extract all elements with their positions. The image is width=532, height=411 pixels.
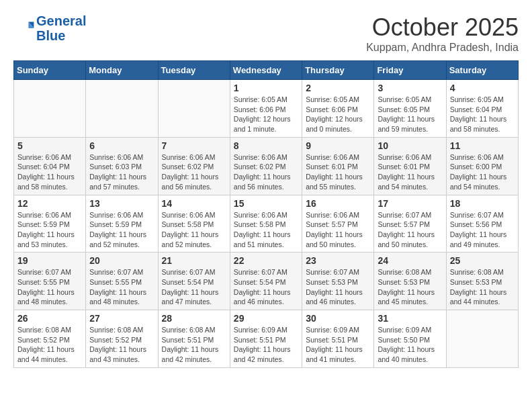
day-number: 20 xyxy=(89,255,154,266)
logo-icon xyxy=(13,17,35,39)
day-number: 25 xyxy=(450,255,515,266)
day-info: Sunrise: 6:07 AMSunset: 5:54 PMDaylight:… xyxy=(162,267,226,307)
day-number: 21 xyxy=(162,255,226,266)
calendar-cell: 3Sunrise: 6:05 AMSunset: 6:05 PMDaylight… xyxy=(374,80,446,138)
day-info: Sunrise: 6:08 AMSunset: 5:52 PMDaylight:… xyxy=(89,325,154,365)
day-info: Sunrise: 6:07 AMSunset: 5:57 PMDaylight:… xyxy=(378,210,442,250)
day-number: 27 xyxy=(89,313,154,324)
day-info: Sunrise: 6:07 AMSunset: 5:54 PMDaylight:… xyxy=(234,267,298,307)
day-number: 9 xyxy=(306,140,370,151)
calendar-cell xyxy=(14,80,86,138)
day-info: Sunrise: 6:09 AMSunset: 5:51 PMDaylight:… xyxy=(234,325,298,365)
day-number: 7 xyxy=(162,140,226,151)
day-info: Sunrise: 6:08 AMSunset: 5:53 PMDaylight:… xyxy=(378,267,442,307)
calendar-cell: 28Sunrise: 6:08 AMSunset: 5:51 PMDayligh… xyxy=(158,310,230,368)
week-row-5: 26Sunrise: 6:08 AMSunset: 5:52 PMDayligh… xyxy=(14,310,519,368)
page-header: General Blue October 2025 Kuppam, Andhra… xyxy=(13,13,519,54)
day-number: 2 xyxy=(306,83,370,93)
day-number: 19 xyxy=(17,255,82,266)
week-row-2: 5Sunrise: 6:06 AMSunset: 6:04 PMDaylight… xyxy=(14,137,519,195)
day-info: Sunrise: 6:05 AMSunset: 6:06 PMDaylight:… xyxy=(234,95,298,134)
calendar-cell: 25Sunrise: 6:08 AMSunset: 5:53 PMDayligh… xyxy=(446,253,518,310)
calendar-cell: 16Sunrise: 6:06 AMSunset: 5:57 PMDayligh… xyxy=(302,195,374,253)
day-number: 17 xyxy=(378,198,442,209)
day-number: 13 xyxy=(89,198,154,209)
calendar-cell: 12Sunrise: 6:06 AMSunset: 5:59 PMDayligh… xyxy=(14,195,86,253)
day-number: 4 xyxy=(450,83,515,93)
day-info: Sunrise: 6:06 AMSunset: 6:02 PMDaylight:… xyxy=(234,152,298,192)
weekday-header-sunday: Sunday xyxy=(14,61,86,80)
calendar-cell: 2Sunrise: 6:05 AMSunset: 6:06 PMDaylight… xyxy=(302,80,374,138)
day-number: 24 xyxy=(378,255,442,266)
calendar-cell: 24Sunrise: 6:08 AMSunset: 5:53 PMDayligh… xyxy=(374,253,446,310)
day-info: Sunrise: 6:07 AMSunset: 5:55 PMDaylight:… xyxy=(89,267,154,307)
day-info: Sunrise: 6:05 AMSunset: 6:06 PMDaylight:… xyxy=(306,95,370,134)
weekday-header-friday: Friday xyxy=(374,61,446,80)
day-number: 12 xyxy=(17,198,82,209)
day-info: Sunrise: 6:06 AMSunset: 5:59 PMDaylight:… xyxy=(89,210,154,250)
calendar-cell: 4Sunrise: 6:05 AMSunset: 6:04 PMDaylight… xyxy=(446,80,518,138)
day-info: Sunrise: 6:08 AMSunset: 5:51 PMDaylight:… xyxy=(162,325,226,365)
day-info: Sunrise: 6:07 AMSunset: 5:55 PMDaylight:… xyxy=(17,267,82,307)
calendar-cell: 13Sunrise: 6:06 AMSunset: 5:59 PMDayligh… xyxy=(86,195,158,253)
calendar-cell xyxy=(158,80,230,138)
day-info: Sunrise: 6:06 AMSunset: 6:00 PMDaylight:… xyxy=(450,152,515,192)
day-info: Sunrise: 6:06 AMSunset: 6:02 PMDaylight:… xyxy=(162,152,226,192)
calendar-cell: 11Sunrise: 6:06 AMSunset: 6:00 PMDayligh… xyxy=(446,137,518,195)
weekday-header-tuesday: Tuesday xyxy=(158,61,230,80)
day-info: Sunrise: 6:09 AMSunset: 5:51 PMDaylight:… xyxy=(306,325,370,365)
calendar-cell: 27Sunrise: 6:08 AMSunset: 5:52 PMDayligh… xyxy=(86,310,158,368)
calendar-cell: 15Sunrise: 6:06 AMSunset: 5:58 PMDayligh… xyxy=(230,195,302,253)
location: Kuppam, Andhra Pradesh, India xyxy=(366,42,519,54)
calendar-cell: 19Sunrise: 6:07 AMSunset: 5:55 PMDayligh… xyxy=(14,253,86,310)
calendar-cell xyxy=(446,310,518,368)
calendar-cell: 17Sunrise: 6:07 AMSunset: 5:57 PMDayligh… xyxy=(374,195,446,253)
day-info: Sunrise: 6:07 AMSunset: 5:53 PMDaylight:… xyxy=(306,267,370,307)
day-number: 5 xyxy=(17,140,82,151)
calendar-cell: 21Sunrise: 6:07 AMSunset: 5:54 PMDayligh… xyxy=(158,253,230,310)
logo: General Blue xyxy=(13,13,86,43)
calendar-cell: 8Sunrise: 6:06 AMSunset: 6:02 PMDaylight… xyxy=(230,137,302,195)
calendar-cell: 7Sunrise: 6:06 AMSunset: 6:02 PMDaylight… xyxy=(158,137,230,195)
day-info: Sunrise: 6:06 AMSunset: 5:58 PMDaylight:… xyxy=(162,210,226,250)
logo-line1: General xyxy=(36,13,86,28)
calendar-cell: 26Sunrise: 6:08 AMSunset: 5:52 PMDayligh… xyxy=(14,310,86,368)
day-number: 26 xyxy=(17,313,82,324)
day-info: Sunrise: 6:07 AMSunset: 5:56 PMDaylight:… xyxy=(450,210,515,250)
logo-line2: Blue xyxy=(36,28,65,43)
day-info: Sunrise: 6:09 AMSunset: 5:50 PMDaylight:… xyxy=(378,325,442,365)
day-number: 6 xyxy=(89,140,154,151)
day-number: 22 xyxy=(234,255,298,266)
calendar-cell: 23Sunrise: 6:07 AMSunset: 5:53 PMDayligh… xyxy=(302,253,374,310)
calendar-cell: 1Sunrise: 6:05 AMSunset: 6:06 PMDaylight… xyxy=(230,80,302,138)
weekday-header-monday: Monday xyxy=(86,61,158,80)
day-info: Sunrise: 6:06 AMSunset: 6:01 PMDaylight:… xyxy=(378,152,442,192)
calendar-cell: 29Sunrise: 6:09 AMSunset: 5:51 PMDayligh… xyxy=(230,310,302,368)
day-number: 18 xyxy=(450,198,515,209)
day-number: 11 xyxy=(450,140,515,151)
day-info: Sunrise: 6:05 AMSunset: 6:05 PMDaylight:… xyxy=(378,95,442,134)
calendar-cell: 31Sunrise: 6:09 AMSunset: 5:50 PMDayligh… xyxy=(374,310,446,368)
month-title: October 2025 xyxy=(366,13,519,42)
title-area: October 2025 Kuppam, Andhra Pradesh, Ind… xyxy=(366,13,519,54)
day-number: 14 xyxy=(162,198,226,209)
day-info: Sunrise: 6:06 AMSunset: 6:03 PMDaylight:… xyxy=(89,152,154,192)
day-number: 31 xyxy=(378,313,442,324)
weekday-header-wednesday: Wednesday xyxy=(230,61,302,80)
day-number: 28 xyxy=(162,313,226,324)
day-number: 1 xyxy=(234,83,298,93)
week-row-3: 12Sunrise: 6:06 AMSunset: 5:59 PMDayligh… xyxy=(14,195,519,253)
day-number: 10 xyxy=(378,140,442,151)
calendar-cell: 22Sunrise: 6:07 AMSunset: 5:54 PMDayligh… xyxy=(230,253,302,310)
weekday-header-row: SundayMondayTuesdayWednesdayThursdayFrid… xyxy=(14,61,519,80)
day-info: Sunrise: 6:08 AMSunset: 5:52 PMDaylight:… xyxy=(17,325,82,365)
weekday-header-saturday: Saturday xyxy=(446,61,518,80)
day-number: 29 xyxy=(234,313,298,324)
calendar-cell: 18Sunrise: 6:07 AMSunset: 5:56 PMDayligh… xyxy=(446,195,518,253)
logo-text: General Blue xyxy=(36,13,86,43)
calendar-cell: 10Sunrise: 6:06 AMSunset: 6:01 PMDayligh… xyxy=(374,137,446,195)
day-info: Sunrise: 6:06 AMSunset: 5:59 PMDaylight:… xyxy=(17,210,82,250)
calendar-cell: 9Sunrise: 6:06 AMSunset: 6:01 PMDaylight… xyxy=(302,137,374,195)
day-info: Sunrise: 6:08 AMSunset: 5:53 PMDaylight:… xyxy=(450,267,515,307)
day-info: Sunrise: 6:06 AMSunset: 5:57 PMDaylight:… xyxy=(306,210,370,250)
